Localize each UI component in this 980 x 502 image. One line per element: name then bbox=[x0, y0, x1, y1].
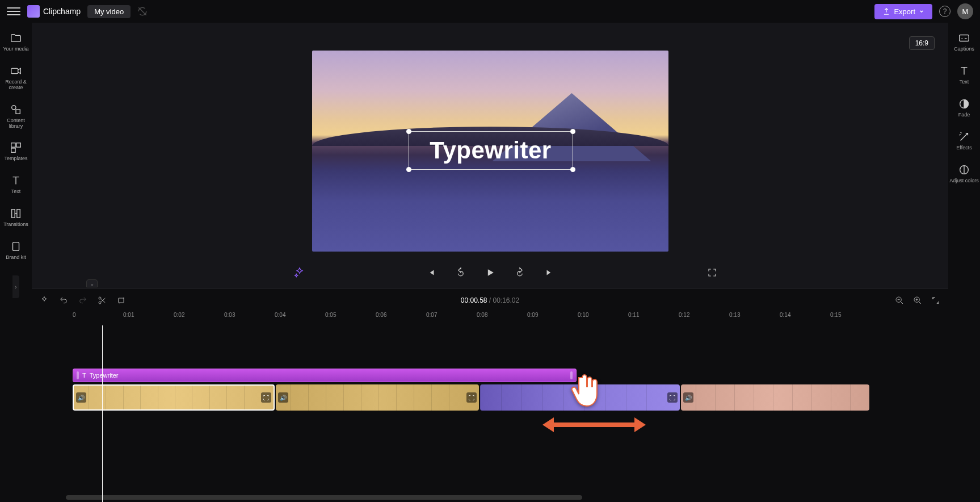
ruler-tick: 0:03 bbox=[224, 312, 235, 318]
sidebar-label: Record & create bbox=[1, 80, 31, 91]
scrollbar-thumb[interactable] bbox=[66, 495, 582, 500]
sidebar-label: Adjust colors bbox=[949, 178, 979, 184]
effects-icon bbox=[957, 129, 971, 144]
text-clip[interactable]: T Typewriter bbox=[73, 369, 577, 382]
sidebar-label: Text bbox=[960, 80, 969, 85]
upload-icon bbox=[882, 7, 890, 15]
sidebar-item-text-props[interactable]: Text bbox=[948, 60, 980, 89]
app-logo[interactable]: Clipchamp bbox=[27, 5, 81, 18]
timeline-toolbar: 00:00.58 / 00:16.02 bbox=[32, 289, 948, 312]
svg-rect-3 bbox=[11, 143, 15, 147]
sync-off-icon[interactable] bbox=[137, 6, 148, 16]
svg-rect-4 bbox=[16, 143, 20, 147]
timeline-tracks[interactable]: T Typewriter 🔊 ⛶ 🔊 ⛶ ⛶ bbox=[32, 325, 948, 502]
sidebar-item-transitions[interactable]: Transitions bbox=[0, 203, 32, 231]
playhead[interactable] bbox=[102, 325, 103, 502]
sidebar-label: Text bbox=[11, 189, 21, 195]
forward-icon[interactable] bbox=[513, 266, 527, 279]
zoom-out-icon[interactable] bbox=[894, 295, 905, 306]
folder-icon bbox=[9, 31, 23, 45]
text-icon bbox=[957, 64, 971, 78]
preview-area: 16:9 Typewriter bbox=[32, 23, 948, 288]
sidebar-item-brand-kit[interactable]: Brand kit bbox=[0, 236, 32, 264]
preview-text: Typewriter bbox=[430, 137, 551, 164]
undo-icon[interactable] bbox=[58, 295, 69, 306]
resize-handle-br[interactable] bbox=[570, 167, 575, 172]
resize-handle-tl[interactable] bbox=[406, 129, 411, 134]
timeline-scrollbar[interactable] bbox=[66, 495, 943, 500]
ruler-tick: 0:02 bbox=[174, 312, 184, 318]
sidebar-item-fade[interactable]: Fade bbox=[948, 93, 980, 122]
timeline-panel: 00:00.58 / 00:16.02 00:010:020:030:040:0… bbox=[32, 288, 948, 502]
video-clip-4[interactable]: 🔊 bbox=[681, 384, 869, 411]
svg-rect-9 bbox=[119, 298, 124, 303]
audio-icon[interactable]: 🔊 bbox=[683, 392, 693, 403]
export-label: Export bbox=[894, 7, 915, 16]
topbar: Clipchamp My video Export ? M bbox=[0, 0, 980, 23]
sidebar-item-templates[interactable]: Templates bbox=[0, 137, 32, 165]
text-clip-icon: T bbox=[82, 372, 86, 379]
audio-icon[interactable]: 🔊 bbox=[76, 392, 86, 403]
panel-toggle-icon[interactable]: ⌄ bbox=[86, 279, 98, 287]
auto-compose-icon[interactable] bbox=[39, 295, 50, 306]
sidebar-item-content-library[interactable]: Content library bbox=[0, 99, 32, 133]
clip-handle-right[interactable] bbox=[570, 371, 573, 379]
video-clip-2[interactable]: 🔊 ⛶ bbox=[276, 384, 479, 411]
playback-controls bbox=[32, 257, 948, 288]
preview-canvas[interactable]: Typewriter bbox=[312, 51, 668, 252]
svg-rect-0 bbox=[11, 68, 18, 73]
sidebar-item-your-media[interactable]: Your media bbox=[0, 27, 32, 56]
split-icon[interactable] bbox=[96, 295, 108, 306]
magic-tool-icon[interactable] bbox=[293, 266, 306, 279]
expand-clip-icon[interactable]: ⛶ bbox=[667, 392, 678, 403]
sidebar-label: Effects bbox=[956, 145, 971, 151]
user-avatar[interactable]: M bbox=[957, 3, 973, 19]
sidebar-item-adjust-colors[interactable]: Adjust colors bbox=[948, 159, 980, 187]
resize-handle-bl[interactable] bbox=[406, 167, 411, 172]
play-icon[interactable] bbox=[483, 266, 497, 279]
crop-icon[interactable] bbox=[116, 295, 127, 306]
sidebar-item-effects[interactable]: Effects bbox=[948, 126, 980, 154]
video-clip-1[interactable]: 🔊 ⛶ bbox=[73, 384, 275, 411]
help-icon[interactable]: ? bbox=[939, 6, 950, 17]
templates-icon bbox=[9, 140, 23, 155]
sidebar-label: Your media bbox=[3, 47, 28, 52]
text-icon bbox=[9, 173, 23, 188]
camera-icon bbox=[9, 64, 23, 78]
skip-back-icon[interactable] bbox=[424, 266, 438, 279]
svg-point-7 bbox=[99, 297, 101, 299]
captions-icon bbox=[957, 31, 971, 45]
rewind-icon[interactable] bbox=[454, 266, 468, 279]
ruler-tick: 0:06 bbox=[376, 312, 386, 318]
clip-handle-left[interactable] bbox=[77, 371, 79, 379]
fullscreen-icon[interactable] bbox=[705, 266, 719, 279]
skip-forward-icon[interactable] bbox=[542, 266, 556, 279]
ruler-tick: 0:07 bbox=[426, 312, 437, 318]
sidebar-label: Transitions bbox=[3, 222, 28, 228]
resize-handle-tr[interactable] bbox=[570, 129, 575, 134]
expand-left-panel[interactable]: › bbox=[12, 275, 19, 298]
fit-timeline-icon[interactable] bbox=[930, 295, 941, 306]
zoom-in-icon[interactable] bbox=[912, 295, 923, 306]
audio-icon[interactable]: 🔊 bbox=[278, 392, 288, 403]
svg-rect-2 bbox=[16, 110, 20, 114]
video-clip-3[interactable]: ⛶ bbox=[480, 384, 680, 411]
clipchamp-logo-icon bbox=[27, 5, 40, 18]
left-sidebar: Your media Record & create Content libra… bbox=[0, 23, 32, 502]
brand-kit-icon bbox=[9, 239, 23, 254]
menu-icon[interactable] bbox=[7, 5, 20, 18]
redo-icon[interactable] bbox=[77, 295, 89, 306]
sidebar-item-captions[interactable]: Captions bbox=[948, 27, 980, 56]
sidebar-item-record-create[interactable]: Record & create bbox=[0, 60, 32, 94]
expand-clip-icon[interactable]: ⛶ bbox=[261, 392, 271, 403]
aspect-ratio-selector[interactable]: 16:9 bbox=[909, 36, 935, 50]
export-button[interactable]: Export bbox=[874, 4, 932, 19]
project-title-tab[interactable]: My video bbox=[87, 5, 131, 18]
expand-clip-icon[interactable]: ⛶ bbox=[466, 392, 477, 403]
ruler-tick: 0 bbox=[73, 312, 76, 318]
adjust-colors-icon bbox=[957, 162, 971, 177]
sidebar-item-text[interactable]: Text bbox=[0, 170, 32, 198]
timeline-ruler[interactable]: 00:010:020:030:040:050:060:070:080:090:1… bbox=[32, 312, 948, 325]
sidebar-label: Captions bbox=[954, 47, 974, 52]
text-element-selection[interactable]: Typewriter bbox=[409, 131, 573, 170]
